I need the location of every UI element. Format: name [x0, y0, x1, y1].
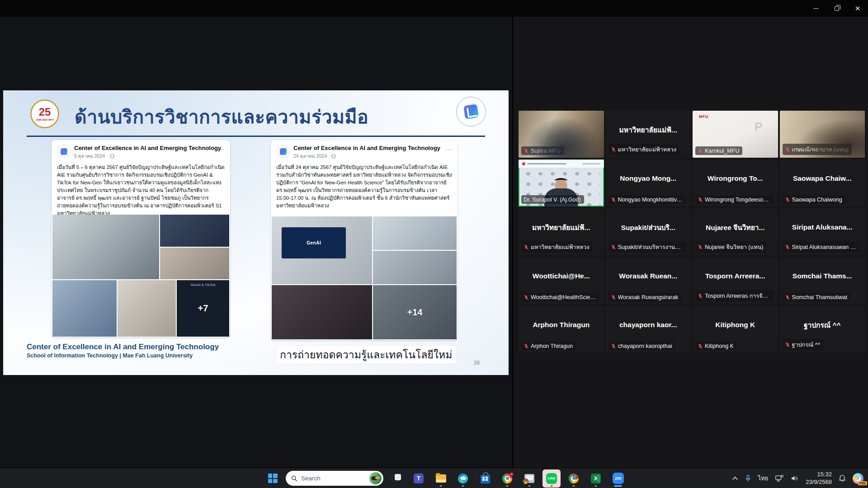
participant-tile[interactable]: Woottichai@He...Woottichai@HealthScience [519, 257, 604, 304]
participant-label-text: Kitiphong K [705, 343, 734, 349]
minimize-button[interactable] [806, 0, 826, 17]
footer-center-name: Center of Excellence in AI and Emerging … [27, 343, 219, 352]
window-controls: ✕ [806, 0, 868, 17]
zoom-app-button[interactable]: zm [609, 469, 627, 488]
participant-label-text: มหาวิทยาลัยแม่ฟ้าหลวง [618, 145, 676, 154]
participant-tile[interactable]: Wirongrong To...Wirongrong Tongdeesoon..… [693, 160, 778, 206]
taskbar-clock[interactable]: 15:32 23/9/2568 [806, 471, 832, 486]
more-photos-overlay: +14 [373, 285, 457, 339]
network-tray-button[interactable] [775, 475, 784, 482]
participant-tile[interactable]: Saowapa Chaiw...Saowapa Chaiwong [780, 160, 865, 206]
teams-app-button[interactable]: T [410, 469, 428, 488]
laptop-screen: GenAI [282, 227, 346, 258]
participant-name-label: Woottichai@HealthScience [521, 293, 599, 301]
participant-tile[interactable]: Siripat Aluksana...Siripat Aluksanasuwan… [780, 208, 865, 255]
participant-tile[interactable]: ฐาปกรณ์ ^^ฐาปกรณ์ ^^ [780, 306, 865, 353]
participant-name-label: Somchai Thamsutiwat [783, 293, 851, 301]
participant-tile[interactable]: Arphon ThiragunArphon Thiragun [519, 306, 604, 353]
copilot-pre-badge: PRE [858, 481, 867, 485]
chrome-profile-button[interactable] [565, 469, 583, 488]
microsoft-store-button[interactable] [476, 469, 494, 488]
collage-row [52, 215, 229, 279]
language-indicator[interactable]: ไทย [758, 474, 768, 483]
muted-mic-icon [524, 148, 529, 154]
participant-display-name: Worasak Ruean... [608, 272, 689, 280]
footer-school-name: School of Information Technology | Mae F… [27, 352, 219, 359]
participant-tile[interactable]: Nujaree จีนวิทยา...Nujaree จีนวิทยา (แทน… [693, 208, 778, 255]
participant-tile[interactable]: MFUPKarnkul_MFU [693, 111, 778, 158]
post-header: Center of Excellence in AI and Emerging … [271, 140, 458, 163]
tray-overflow-chevron[interactable] [732, 476, 738, 480]
start-button[interactable] [264, 469, 282, 488]
participant-label-text: Worasak Rueangsirarak [618, 294, 679, 300]
zoom-icon: zm [613, 473, 624, 484]
edge-app-button[interactable] [454, 469, 472, 488]
post-menu-dots[interactable]: ... [217, 144, 225, 151]
participant-tile[interactable]: Somchai Thams...Somchai Thamsutiwat [780, 257, 865, 304]
chrome-icon [569, 474, 579, 483]
globe-icon [331, 154, 336, 159]
photo-thumbnail [52, 215, 159, 279]
slide-footer: Center of Excellence in AI and Emerging … [27, 343, 219, 359]
photo-thumbnail: GenAI [272, 216, 372, 284]
participant-name-label: Nujaree จีนวิทยา (แทน) [695, 241, 766, 253]
search-highlight-image[interactable] [369, 472, 382, 484]
participant-tile[interactable]: chayaporn kaor...chayaporn kaoropthai [606, 306, 691, 353]
post-author: Center of Excellence in AI and Emerging … [293, 145, 440, 151]
line-app-button[interactable]: LINE [542, 469, 561, 488]
participant-label-text: Nujaree จีนวิทยา (แทน) [705, 243, 763, 252]
microphone-tray-button[interactable] [745, 474, 751, 482]
muted-mic-icon [698, 293, 703, 299]
copilot-button[interactable]: PRE [853, 473, 863, 484]
post-menu-dots[interactable]: ... [445, 144, 452, 151]
file-explorer-button[interactable] [432, 469, 450, 488]
close-icon: ✕ [855, 5, 861, 12]
participant-tile[interactable]: Supakit/ส่วนบริ...Supakit/ส่วนบริหารงานว… [606, 208, 691, 255]
participant-name-label: Sujitra MFU [521, 146, 564, 155]
muted-mic-icon [698, 343, 703, 349]
running-indicator [528, 485, 531, 487]
volume-tray-button[interactable] [791, 475, 799, 482]
participant-tile[interactable]: Dr. Surapol V. (Aj.God) [519, 160, 604, 206]
system-tray: ไทย 15:32 23/9/2568 PRE [732, 468, 863, 488]
muted-mic-icon [611, 244, 616, 250]
participant-display-name: Nongyao Mong... [608, 174, 689, 183]
facebook-post-2: Center of Excellence in AI and Emerging … [271, 140, 458, 340]
aie-avatar-icon [61, 148, 67, 155]
search-icon [291, 475, 297, 482]
edge-icon [458, 474, 468, 483]
participant-tile[interactable]: Nongyao Mong...Nongyao Mongkhonittivech [606, 160, 691, 206]
post-date: 5 ตุลาคม 2024 · [74, 152, 221, 160]
notification-center-button[interactable] [839, 474, 846, 482]
participant-tile[interactable]: มหาวิทยาลัยแม่ฟ้...มหาวิทยาลัยแม่ฟ้าหลวง [519, 208, 604, 255]
mfu-watermark: MFU [699, 114, 708, 119]
close-button[interactable]: ✕ [847, 0, 868, 17]
running-indicator [440, 485, 442, 487]
photo-thumbnail [160, 248, 229, 280]
muted-mic-icon [611, 343, 616, 349]
participant-tile[interactable]: เกษมณี/พยาบาล (แทน) [780, 111, 865, 158]
participant-tile[interactable]: Worasak Ruean...Worasak Rueangsirarak [606, 257, 691, 304]
participant-tile[interactable]: Tosporn Arreera...Tosporn Arreeras การจั… [693, 257, 778, 304]
participant-label-text: chayaporn kaoropthai [618, 343, 672, 349]
taskbar-search[interactable] [286, 471, 383, 486]
restore-button[interactable] [826, 0, 847, 17]
search-input[interactable] [301, 475, 360, 482]
participant-display-name: Somchai Thams... [782, 272, 863, 280]
participant-tile[interactable]: Kitiphong KKitiphong K [693, 306, 778, 353]
task-view-button[interactable] [387, 469, 406, 488]
participant-display-name: มหาวิทยาลัยแม่ฟ้... [520, 221, 602, 233]
photos-app-button[interactable] [520, 469, 538, 488]
participant-label-text: Supakit/ส่วนบริหารงานวิจัย [618, 243, 684, 252]
teams-icon: T [414, 474, 424, 483]
minimize-icon [813, 8, 819, 9]
photo-thumbnail: +14 [373, 285, 457, 339]
zoom-meeting-window: ✕ 25 1998-2023 MFU ด้านบริการวิชาการและค… [0, 0, 868, 488]
excel-app-button[interactable]: X [587, 469, 605, 488]
participant-tile[interactable]: Sujitra MFU [519, 111, 604, 158]
chrome-app-button[interactable] [498, 469, 516, 488]
participant-display-name: Woottichai@He... [520, 272, 602, 280]
participant-name-label: Kitiphong K [695, 342, 737, 350]
participant-tile[interactable]: มหาวิทยาลัยแม่ฟ้...มหาวิทยาลัยแม่ฟ้าหลวง [606, 111, 691, 158]
participant-name-label: มหาวิทยาลัยแม่ฟ้าหลวง [609, 144, 679, 155]
